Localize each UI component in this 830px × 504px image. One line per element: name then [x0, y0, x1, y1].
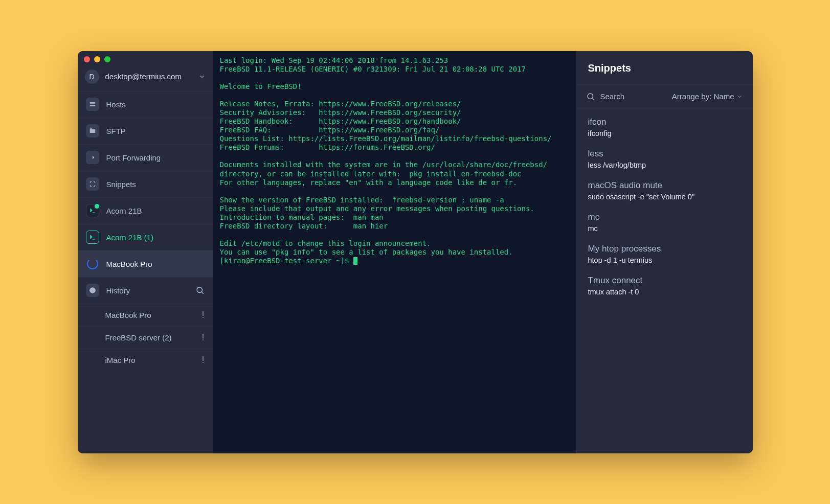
snippet-command: sudo osascript -e "set Volume 0"	[588, 193, 741, 201]
chevron-down-icon	[736, 94, 743, 100]
nav-label: Snippets	[106, 180, 205, 189]
snippet-item[interactable]: Tmux connecttmux attach -t 0	[576, 270, 753, 302]
history-label: FreeBSD server (2)	[105, 333, 202, 342]
svg-rect-1	[89, 105, 95, 106]
terminal-icon	[86, 231, 99, 244]
sidebar-item-sftp[interactable]: SFTP	[78, 118, 213, 144]
history-label: iMac Pro	[105, 356, 202, 364]
sidebar-item-port-forwarding[interactable]: Port Forwarding	[78, 144, 213, 171]
nav-list: Hosts SFTP Port Forwarding Snippets	[78, 91, 213, 371]
session-label: Acorn 21B	[106, 207, 205, 215]
snippet-command: ifconfig	[588, 129, 741, 138]
avatar: D	[85, 70, 99, 84]
alert-icon: !	[201, 332, 204, 343]
minimize-window-button[interactable]	[94, 56, 100, 62]
arrange-by-button[interactable]: Arrange by: Name	[672, 92, 743, 101]
terminal-cursor	[353, 257, 357, 265]
folder-icon	[86, 124, 99, 138]
snippet-title: mc	[588, 212, 741, 222]
snippet-list: ifconifconfiglessless /var/log/btmpmacOS…	[576, 109, 753, 305]
svg-point-7	[588, 94, 593, 99]
window-traffic-lights	[84, 56, 110, 62]
snippet-item[interactable]: ifconifconfig	[576, 112, 753, 144]
close-window-button[interactable]	[84, 56, 90, 62]
sidebar-item-history[interactable]: History	[78, 277, 213, 304]
avatar-initial: D	[89, 73, 94, 81]
terminal-text: Last login: Wed Sep 19 02:44:06 2018 fro…	[220, 56, 552, 257]
panel-title: Snippets	[576, 51, 753, 85]
session-label: MacBook Pro	[106, 260, 205, 268]
snippet-item[interactable]: mcmc	[576, 207, 753, 239]
svg-point-5	[197, 287, 203, 293]
snippets-panel: Snippets Search Arrange by: Name ifconif…	[576, 51, 753, 453]
history-item[interactable]: iMac Pro !	[78, 349, 213, 371]
sidebar-item-hosts[interactable]: Hosts	[78, 91, 213, 118]
search-input[interactable]: Search	[600, 92, 667, 101]
snippet-command: less /var/log/btmp	[588, 161, 741, 169]
zoom-window-button[interactable]	[104, 56, 110, 62]
terminal-prompt: [kiran@FreeBSD-test-server ~]$	[220, 257, 353, 265]
snippet-title: Tmux connect	[588, 276, 741, 286]
snippet-command: mc	[588, 224, 741, 233]
svg-line-8	[592, 98, 594, 100]
account-label: desktop@termius.com	[105, 72, 192, 81]
svg-rect-0	[89, 102, 95, 104]
hosts-icon	[86, 98, 99, 111]
history-icon	[86, 284, 99, 297]
history-item[interactable]: FreeBSD server (2) !	[78, 326, 213, 349]
session-label: Acorn 21B (1)	[106, 233, 205, 242]
account-switcher[interactable]: D desktop@termius.com	[78, 65, 213, 91]
terminal-output[interactable]: Last login: Wed Sep 19 02:44:06 2018 fro…	[213, 51, 576, 453]
nav-label: Hosts	[106, 100, 205, 109]
snippet-item[interactable]: macOS audio mutesudo osascript -e "set V…	[576, 175, 753, 207]
snippet-title: ifcon	[588, 117, 741, 127]
snippet-title: less	[588, 149, 741, 159]
svg-line-6	[201, 292, 203, 293]
chevron-down-icon	[198, 73, 206, 80]
nav-label: History	[106, 286, 188, 295]
port-forwarding-icon	[86, 151, 99, 164]
snippets-icon	[86, 177, 99, 191]
alert-icon: !	[201, 355, 204, 365]
arrange-label: Arrange by: Name	[672, 92, 734, 101]
session-acorn21b[interactable]: Acorn 21B	[78, 197, 213, 224]
snippet-command: tmux attach -t 0	[588, 288, 741, 296]
snippet-title: macOS audio mute	[588, 180, 741, 191]
app-window: D desktop@termius.com Hosts SFTP	[78, 51, 753, 453]
panel-toolbar: Search Arrange by: Name	[576, 85, 753, 109]
session-acorn21b-1[interactable]: Acorn 21B (1)	[78, 224, 213, 250]
loading-spinner-icon	[86, 257, 99, 270]
search-icon[interactable]	[586, 92, 595, 101]
history-label: MacBook Pro	[105, 311, 202, 319]
snippet-item[interactable]: lessless /var/log/btmp	[576, 144, 753, 175]
sidebar: D desktop@termius.com Hosts SFTP	[78, 51, 213, 453]
sidebar-item-snippets[interactable]: Snippets	[78, 171, 213, 197]
snippet-title: My htop processes	[588, 244, 741, 254]
history-item[interactable]: MacBook Pro !	[78, 304, 213, 326]
snippet-item[interactable]: My htop processeshtop -d 1 -u termius	[576, 239, 753, 270]
session-macbookpro[interactable]: MacBook Pro	[78, 250, 213, 277]
nav-label: Port Forwarding	[106, 153, 205, 162]
search-icon[interactable]	[195, 286, 205, 295]
terminal-icon	[86, 204, 99, 217]
snippet-command: htop -d 1 -u termius	[588, 256, 741, 264]
nav-label: SFTP	[106, 127, 205, 135]
alert-icon: !	[201, 310, 204, 320]
